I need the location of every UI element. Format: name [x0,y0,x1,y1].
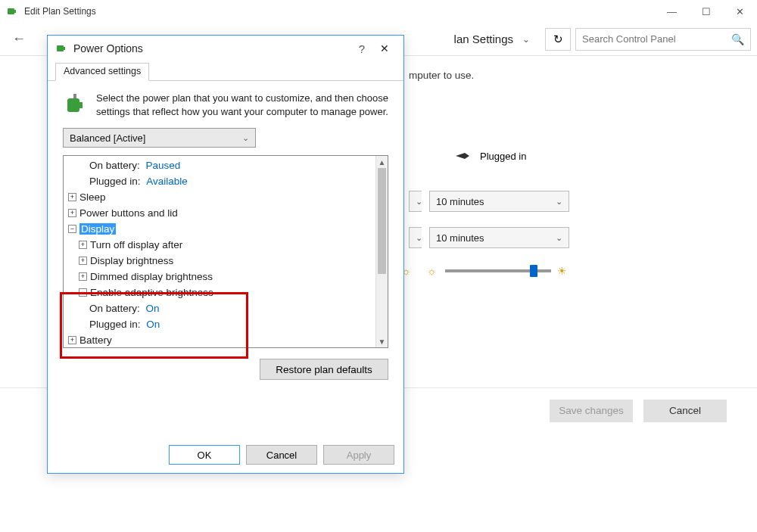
brightness-high-icon: ☀ [557,265,569,277]
tree-item-power-buttons-and-lid[interactable]: + Power buttons and lid [64,205,375,221]
svg-rect-0 [8,8,14,14]
plan-selected-value: Balanced [Active] [70,132,145,144]
power-plan-dropdown[interactable]: Balanced [Active] ⌄ [63,128,256,148]
plugged-in-label: Plugged in [480,151,526,162]
restore-plan-defaults-button[interactable]: Restore plan defaults [260,359,388,380]
scrollbar-track[interactable] [376,168,388,335]
ok-button[interactable]: OK [169,445,240,465]
plugged-in-header: Plugged in [454,150,526,162]
turn-off-display-dropdown[interactable]: 10 minutes ⌄ [429,191,569,212]
chevron-down-icon: ⌄ [556,233,562,243]
bg-text-fragment: mputer to use. [409,70,474,81]
selected-display-label: Display [79,223,116,235]
power-options-dialog: Power Options ? ✕ Advanced settings Sele… [47,35,404,474]
tree-item-display-brightness[interactable]: + Display brightness [64,253,375,269]
svg-rect-5 [79,102,83,108]
tree-item-on-battery[interactable]: On battery: Paused [64,157,375,173]
apply-button[interactable]: Apply [323,445,394,465]
parent-titlebar: Edit Plan Settings — ☐ ✕ [0,0,757,23]
maximize-button[interactable]: ☐ [689,0,723,23]
brightness-slider[interactable] [445,269,551,272]
search-placeholder: Search Control Panel [582,33,731,45]
expand-icon[interactable]: + [79,241,87,249]
dialog-title: Power Options [73,42,350,54]
search-icon: 🔍 [731,33,744,45]
dialog-close-button[interactable]: ✕ [373,42,396,54]
expand-icon[interactable]: + [68,336,76,344]
power-options-icon [6,5,18,17]
value-on[interactable]: On [146,303,160,314]
dialog-tab-row: Advanced settings [48,61,403,81]
scrollbar-thumb[interactable] [378,168,386,274]
dropdown-value: 10 minutes [436,232,484,244]
dialog-description: Select the power plan that you want to c… [96,92,388,119]
help-button[interactable]: ? [350,42,373,55]
svg-rect-4 [67,98,79,112]
bg-dropdown-partial-1[interactable]: ⌄ [409,191,422,212]
tree-item-battery[interactable]: + Battery [64,332,375,347]
refresh-button[interactable]: ↻ [545,28,571,51]
bg-dropdown-partial-2[interactable]: ⌄ [409,227,422,248]
svg-rect-1 [14,10,16,13]
tree-item-dimmed-display-brightness[interactable]: + Dimmed display brightness [64,269,375,285]
tree-item-ab-on-battery[interactable]: On battery: On [64,300,375,316]
collapse-icon[interactable]: − [79,288,87,297]
scroll-up-button[interactable]: ▲ [376,156,388,168]
expand-icon[interactable]: + [79,272,87,281]
tree-item-enable-adaptive-brightness[interactable]: − Enable adaptive brightness [64,285,375,300]
chevron-down-icon: ⌄ [556,197,562,207]
close-button[interactable]: ✕ [723,0,757,23]
tree-scrollbar[interactable]: ▲ ▼ [375,156,388,347]
tree-item-display[interactable]: − Display [64,221,375,237]
svg-rect-3 [64,47,65,50]
dialog-footer: OK Cancel Apply [48,437,403,473]
collapse-icon[interactable]: − [68,225,76,233]
back-button[interactable]: ← [6,31,32,47]
svg-rect-2 [57,45,64,51]
save-changes-button[interactable]: Save changes [550,400,633,422]
chevron-down-icon: ⌄ [522,34,530,45]
expand-icon[interactable]: + [68,209,76,217]
cancel-button[interactable]: Cancel [246,445,317,465]
tree-item-sleep[interactable]: + Sleep [64,189,375,205]
value-on[interactable]: On [146,319,160,330]
tree-item-turn-off-display-after[interactable]: + Turn off display after [64,237,375,253]
value-available[interactable]: Available [146,176,188,187]
search-input[interactable]: Search Control Panel 🔍 [575,28,751,51]
settings-tree: On battery: Paused Plugged in: Available… [63,155,388,348]
expand-icon[interactable]: + [79,257,87,265]
slider-thumb[interactable] [530,265,537,277]
dialog-body: Select the power plan that you want to c… [48,81,403,437]
edit-plan-settings-window: Edit Plan Settings — ☐ ✕ ← lan Settings … [0,0,757,532]
plug-icon [454,150,472,162]
sleep-dropdown[interactable]: 10 minutes ⌄ [429,227,569,248]
power-options-icon [55,42,67,54]
parent-window-title: Edit Plan Settings [24,6,655,17]
brightness-low-icon: ☼ [427,265,439,277]
brightness-slider-row: ☼ ☼ ☀ [401,265,569,277]
tree-item-ab-plugged-in[interactable]: Plugged in: On [64,316,375,332]
scroll-down-button[interactable]: ▼ [376,335,388,347]
dropdown-value: 10 minutes [436,196,484,207]
tab-advanced-settings[interactable]: Advanced settings [55,63,149,81]
dialog-titlebar[interactable]: Power Options ? ✕ [48,36,403,61]
chevron-down-icon: ⌄ [242,133,249,143]
expand-icon[interactable]: + [68,193,76,201]
minimize-button[interactable]: — [655,0,689,23]
cancel-button[interactable]: Cancel [643,400,727,422]
tree-item-plugged-in[interactable]: Plugged in: Available [64,173,375,189]
power-plan-icon [63,92,89,119]
value-paused[interactable]: Paused [146,160,181,171]
